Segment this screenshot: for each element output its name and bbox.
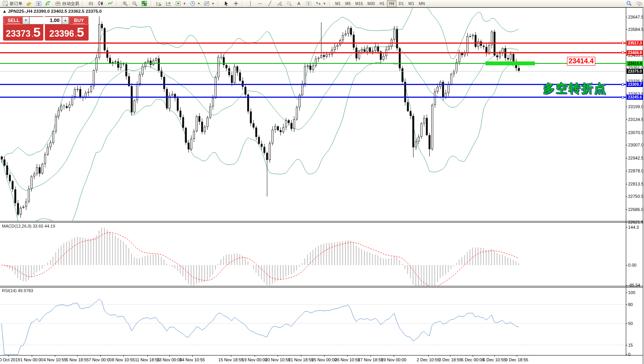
tile-windows-icon: [141, 0, 147, 7]
price-badge: 23245.6: [627, 95, 643, 100]
level-line-handle[interactable]: [622, 96, 624, 99]
layouts-button[interactable]: [24, 0, 34, 7]
level-line-handle[interactable]: [622, 42, 624, 44]
new-order-icon: [2, 0, 9, 7]
price-axis-tick-label: 22942.5: [628, 156, 644, 160]
trendline-tool-button[interactable]: ╱: [265, 0, 275, 7]
volume-group: ▼ 1.00 ▲: [22, 17, 69, 24]
cursor-button[interactable]: [222, 0, 231, 7]
price-axis-tick-label: 23199.0: [628, 104, 644, 109]
time-axis-label: 3 Dec 18:55: [439, 357, 461, 362]
time-axis-label: 11 Nov 18:55: [135, 357, 160, 362]
timeframe-m5-button[interactable]: M5: [343, 0, 353, 7]
macd-panel-divider[interactable]: [0, 221, 643, 221]
crosshair-button[interactable]: [231, 0, 241, 7]
timeframe-m30-button[interactable]: M30: [365, 0, 377, 7]
channel-icon: E: [277, 0, 283, 7]
price-axis-tickmark: [626, 145, 627, 145]
time-axis-label: 5 Nov 18:55: [66, 357, 89, 362]
chart-shift-button[interactable]: [164, 0, 173, 7]
chat-button[interactable]: [634, 0, 643, 7]
rsi-axis-tickmark: [626, 345, 627, 345]
level-line-handle[interactable]: [622, 83, 624, 86]
horizontal-level-line-support-1[interactable]: [0, 84, 626, 85]
time-axis-tickmark: [169, 355, 170, 357]
templates-button[interactable]: ▼: [202, 0, 216, 7]
profiles-button[interactable]: [34, 0, 43, 7]
volume-increase-button[interactable]: ▲: [62, 17, 69, 24]
horizontal-level-line-support-2[interactable]: [0, 97, 626, 98]
new-order-button[interactable]: 新订单: [1, 0, 24, 7]
timeframe-d1-button[interactable]: D1: [396, 0, 406, 7]
zoom-out-icon: [132, 0, 138, 7]
price-axis-tickmark: [626, 94, 627, 94]
rsi-axis-tickmark: [626, 354, 627, 355]
time-axis-tickmark: [147, 355, 148, 357]
time-axis-tickmark: [192, 355, 193, 357]
macd-panel-divider[interactable]: [0, 222, 643, 223]
spin-up-icon: ▲: [64, 19, 67, 22]
chart-canvas[interactable]: [0, 7, 643, 355]
price-axis-tickmark: [626, 196, 627, 197]
horizontal-level-line-current-price[interactable]: [0, 71, 626, 71]
timeframe-h4-button[interactable]: H4: [387, 0, 396, 7]
volume-decrease-button[interactable]: ▼: [22, 17, 29, 24]
fibonacci-icon: F: [286, 0, 292, 7]
horizontal-level-line-resistance-1[interactable]: [0, 43, 626, 44]
label-tool-button[interactable]: T: [304, 0, 313, 7]
line-chart-icon: [107, 0, 113, 7]
zoom-in-icon: [122, 0, 128, 7]
horizontal-line-tool-button[interactable]: ─: [256, 0, 265, 7]
rsi-name: RSI(14): [2, 288, 17, 293]
price-axis-tick-label: 23007.0: [628, 143, 644, 147]
time-axis-tickmark: [231, 355, 231, 357]
autotrade-icon: [55, 0, 61, 7]
rsi-panel-divider[interactable]: [0, 287, 643, 287]
timeframe-mn-button[interactable]: MN: [417, 0, 427, 7]
dropdown-arrow-icon: ▼: [212, 2, 215, 5]
level-line-handle[interactable]: [622, 51, 624, 54]
price-axis-tickmark: [626, 17, 627, 17]
auto-scroll-button[interactable]: [154, 0, 164, 7]
price-axis-tickmark: [626, 171, 627, 171]
volume-input[interactable]: 1.00: [29, 17, 62, 24]
price-level-flag[interactable]: 23414.4: [567, 57, 595, 66]
signals-button[interactable]: [44, 0, 53, 7]
rsi-panel-divider[interactable]: [0, 286, 643, 286]
tile-windows-button[interactable]: [140, 0, 149, 7]
buy-price[interactable]: 23396.5: [45, 25, 89, 40]
time-axis-tickmark: [55, 355, 55, 357]
text-tool-button[interactable]: A: [294, 0, 304, 7]
fibonacci-tool-button[interactable]: F: [285, 0, 294, 7]
time-axis-tickmark: [255, 355, 255, 357]
sell-button[interactable]: SELL: [4, 17, 23, 25]
timeframe-h1-button[interactable]: H1: [377, 0, 387, 7]
toolbar-separator: [329, 1, 331, 6]
arrows-tool-button[interactable]: ▼: [314, 0, 328, 7]
timeframe-m15-button[interactable]: M15: [353, 0, 365, 7]
symbol-name: JPN225-,H4: [8, 9, 32, 14]
line-chart-button[interactable]: [106, 0, 115, 7]
buy-price-main: 23396: [50, 29, 74, 39]
zoom-out-button[interactable]: [130, 0, 139, 7]
periods-button[interactable]: ▼: [188, 0, 202, 7]
timeframe-m1-button[interactable]: M1: [333, 0, 343, 7]
timeframe-w1-button[interactable]: W1: [406, 0, 417, 7]
pivot-highlight-bar[interactable]: [485, 61, 535, 65]
zoom-in-button[interactable]: [120, 0, 130, 7]
pivot-annotation-text[interactable]: 多空转折点: [543, 81, 607, 97]
indicators-button[interactable]: ▼: [174, 0, 188, 7]
sell-price[interactable]: 23373.5: [3, 25, 43, 40]
sell-price-pips: 5: [33, 25, 41, 39]
buy-button[interactable]: BUY: [69, 17, 89, 25]
auto-scroll-icon: [156, 0, 162, 7]
toolbar-separator: [82, 1, 85, 6]
channel-tool-button[interactable]: E: [275, 0, 284, 7]
toolbar-separator: [218, 1, 220, 6]
horizontal-level-line-resistance-2[interactable]: [0, 52, 626, 53]
search-button[interactable]: [624, 0, 634, 7]
vertical-line-tool-button[interactable]: │: [246, 0, 255, 7]
bar-chart-button[interactable]: [86, 0, 96, 7]
candlestick-chart-button[interactable]: [96, 0, 105, 7]
autotrade-button[interactable]: 自动交易: [53, 0, 81, 7]
